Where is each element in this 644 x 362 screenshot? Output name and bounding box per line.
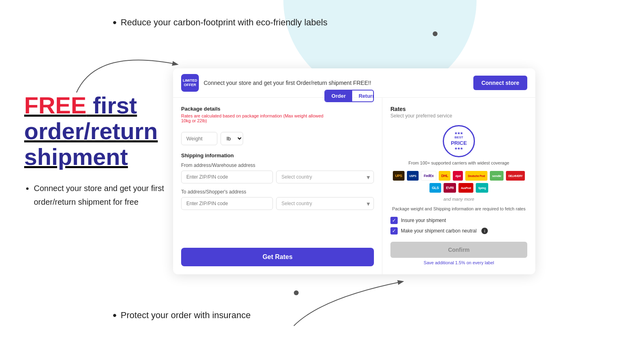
carrier-auspost: AusPost <box>458 183 473 193</box>
carrier-logos: UPS USPS FedEx DHL dpd Deutsche Post sen… <box>390 171 527 193</box>
insure-checkbox-row: ✓ Insure your shipment <box>390 217 527 224</box>
arrow-top <box>72 40 185 97</box>
top-bullet: Reduce your carbon-footprint with eco-fr… <box>113 16 327 29</box>
package-details-title: Package details <box>181 106 324 112</box>
to-country-wrapper: Select country United States United King… <box>276 197 374 210</box>
top-bullet-text: Reduce your carbon-footprint with eco-fr… <box>121 17 328 28</box>
carrier-delhivery: DELHIVERY <box>506 171 525 181</box>
save-label: Save additional 1.5% on every label <box>390 260 527 265</box>
insure-label: Insure your shipment <box>401 218 446 223</box>
carbon-neutral-checkbox[interactable]: ✓ <box>390 227 398 234</box>
carrier-gls: GLS <box>429 183 441 193</box>
best-price-text: ★★★ BEST PRICE ★★★ <box>451 132 467 151</box>
best-price-section: ★★★ BEST PRICE ★★★ From 100+ supported c… <box>390 125 527 165</box>
carrier-dpd: dpd <box>453 171 463 181</box>
hero-title: FREE firstorder/returnshipment <box>24 93 169 169</box>
carbon-neutral-checkbox-row: ✓ Make your shipment carbon neutral i <box>390 227 527 234</box>
left-bullet-item: Connect your store and get your first or… <box>34 181 169 209</box>
panel-header-left: LIMITEDOFFER Connect your store and get … <box>181 74 371 92</box>
from-country-wrapper: Select country United States United King… <box>276 171 374 183</box>
carrier-ups: UPS <box>393 171 405 181</box>
carrier-sendle: sendle <box>490 171 504 181</box>
from-address-label: From address/Warehouse address <box>181 162 374 168</box>
panel-header-message: Connect your store and get your first Or… <box>204 80 371 86</box>
insure-checkbox[interactable]: ✓ <box>390 217 398 224</box>
carrier-usps: USPS <box>407 171 419 181</box>
confirm-button[interactable]: Confirm <box>390 242 527 258</box>
carrier-dhl: DHL <box>439 171 450 181</box>
shipping-form: Package details Rates are calculated bas… <box>173 98 382 274</box>
bottom-bullet: Protect your order with insurance <box>113 309 251 322</box>
weight-row: lb kg oz <box>181 132 374 145</box>
get-rates-button[interactable]: Get Rates <box>181 248 374 266</box>
best-price-badge: ★★★ BEST PRICE ★★★ <box>443 125 475 157</box>
rates-info-message: Package weight and Shipping information … <box>390 206 527 211</box>
and-many-more: and many more <box>390 197 527 202</box>
bottom-bullet-text: Protect your order with insurance <box>121 310 251 321</box>
to-address-label: To address/Shopper's address <box>181 189 374 195</box>
to-address-row: Select country United States United King… <box>181 197 374 210</box>
rates-title: Rates <box>390 106 527 112</box>
rates-subtitle: Select your preferred service <box>390 113 527 119</box>
offer-badge: LIMITEDOFFER <box>181 74 199 92</box>
order-toggle-btn[interactable]: Order <box>325 90 352 101</box>
connect-store-button[interactable]: Connect store <box>473 76 527 90</box>
from-country-select[interactable]: Select country United States United King… <box>276 171 374 183</box>
hero-free: FREE <box>24 92 87 118</box>
package-details-subtitle: Rates are calculated based on package in… <box>181 113 324 123</box>
rates-panel: Rates Select your preferred service ★★★ … <box>382 98 535 274</box>
return-toggle-btn[interactable]: Return <box>352 90 374 101</box>
arrow-dot-top <box>433 31 438 36</box>
to-zip-input[interactable] <box>181 197 273 210</box>
carrier-spring: Spring <box>476 183 488 193</box>
panel-body: Package details Rates are calculated bas… <box>173 98 535 274</box>
from-address-row: Select country United States United King… <box>181 171 374 183</box>
left-bullets: Connect your store and get your first or… <box>24 181 169 209</box>
carrier-evri: EVRI <box>444 183 456 193</box>
order-return-toggle[interactable]: Order Return <box>324 90 374 102</box>
weight-input[interactable] <box>181 132 217 145</box>
unit-select[interactable]: lb kg oz <box>221 132 243 145</box>
arrow-dot-bottom <box>294 290 299 295</box>
carriers-info: From 100+ supported carriers with widest… <box>390 160 527 165</box>
left-content: FREE firstorder/returnshipment Connect y… <box>24 93 169 209</box>
shipping-info-title: Shipping information <box>181 152 374 158</box>
to-country-select[interactable]: Select country United States United King… <box>276 197 374 210</box>
carrier-deutsche-post: Deutsche Post <box>465 171 487 181</box>
ui-panel: LIMITEDOFFER Connect your store and get … <box>173 68 535 274</box>
carrier-fedex: FedEx <box>421 171 437 181</box>
from-zip-input[interactable] <box>181 171 273 183</box>
carbon-neutral-info-icon[interactable]: i <box>481 228 488 234</box>
carbon-neutral-label: Make your shipment carbon neutral <box>401 228 477 234</box>
